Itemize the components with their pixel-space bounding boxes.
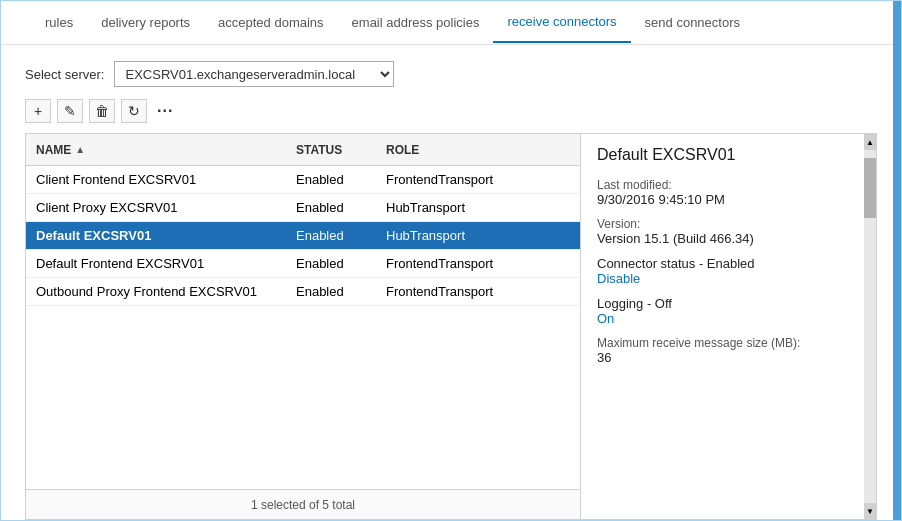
connector-status-label: Connector status - Enabled bbox=[597, 256, 856, 271]
edit-button[interactable]: ✎ bbox=[57, 99, 83, 123]
table-section: NAME ▲ STATUS ROLE Client Frontend EXCSR… bbox=[26, 134, 581, 519]
toolbar: + ✎ 🗑 ↻ ··· bbox=[25, 99, 877, 123]
table-row[interactable]: Outbound Proxy Frontend EXCSRV01 Enabled… bbox=[26, 278, 580, 306]
row-status: Enabled bbox=[286, 200, 376, 215]
row-status: Enabled bbox=[286, 256, 376, 271]
row-name: Outbound Proxy Frontend EXCSRV01 bbox=[26, 284, 286, 299]
scroll-down-button[interactable]: ▼ bbox=[864, 503, 876, 519]
table-row[interactable]: Client Frontend EXCSRV01 Enabled Fronten… bbox=[26, 166, 580, 194]
version-value: Version 15.1 (Build 466.34) bbox=[597, 231, 856, 246]
max-size-value: 36 bbox=[597, 350, 856, 365]
detail-logging: Logging - Off On bbox=[597, 296, 856, 326]
row-status: Enabled bbox=[286, 172, 376, 187]
version-label: Version: bbox=[597, 217, 856, 231]
main-window: rules delivery reports accepted domains … bbox=[0, 0, 902, 521]
nav-accepted-domains[interactable]: accepted domains bbox=[204, 3, 338, 42]
main-content: Select server: EXCSRV01.exchangeserverad… bbox=[1, 45, 901, 520]
detail-scrollbar[interactable]: ▲ ▼ bbox=[864, 134, 876, 519]
server-label: Select server: bbox=[25, 67, 104, 82]
more-button[interactable]: ··· bbox=[153, 102, 177, 120]
last-modified-label: Last modified: bbox=[597, 178, 856, 192]
scrollbar-thumb[interactable] bbox=[864, 158, 876, 218]
th-status[interactable]: STATUS bbox=[286, 143, 376, 157]
max-size-label: Maximum receive message size (MB): bbox=[597, 336, 856, 350]
table-row-selected[interactable]: Default EXCSRV01 Enabled HubTransport bbox=[26, 222, 580, 250]
table-row[interactable]: Default Frontend EXCSRV01 Enabled Fronte… bbox=[26, 250, 580, 278]
detail-last-modified: Last modified: 9/30/2016 9:45:10 PM bbox=[597, 178, 856, 207]
row-name: Default Frontend EXCSRV01 bbox=[26, 256, 286, 271]
nav-delivery-reports[interactable]: delivery reports bbox=[87, 3, 204, 42]
detail-max-size: Maximum receive message size (MB): 36 bbox=[597, 336, 856, 365]
refresh-button[interactable]: ↻ bbox=[121, 99, 147, 123]
row-name: Client Proxy EXCSRV01 bbox=[26, 200, 286, 215]
detail-title: Default EXCSRV01 bbox=[597, 146, 856, 164]
detail-connector-status: Connector status - Enabled Disable bbox=[597, 256, 856, 286]
table-header: NAME ▲ STATUS ROLE bbox=[26, 134, 580, 166]
row-role: FrontendTransport bbox=[376, 284, 580, 299]
nav-send-connectors[interactable]: send connectors bbox=[631, 3, 754, 42]
table-row[interactable]: Client Proxy EXCSRV01 Enabled HubTranspo… bbox=[26, 194, 580, 222]
table-body: Client Frontend EXCSRV01 Enabled Fronten… bbox=[26, 166, 580, 489]
server-row: Select server: EXCSRV01.exchangeserverad… bbox=[25, 61, 877, 87]
side-scrollbar bbox=[893, 1, 901, 520]
row-status: Enabled bbox=[286, 228, 376, 243]
row-role: HubTransport bbox=[376, 200, 580, 215]
nav-receive-connectors[interactable]: receive connectors bbox=[493, 2, 630, 43]
row-name: Client Frontend EXCSRV01 bbox=[26, 172, 286, 187]
table-footer: 1 selected of 5 total bbox=[26, 489, 580, 519]
top-nav: rules delivery reports accepted domains … bbox=[1, 1, 901, 45]
add-button[interactable]: + bbox=[25, 99, 51, 123]
row-role: FrontendTransport bbox=[376, 172, 580, 187]
row-name: Default EXCSRV01 bbox=[26, 228, 286, 243]
logging-on-link[interactable]: On bbox=[597, 311, 856, 326]
last-modified-value: 9/30/2016 9:45:10 PM bbox=[597, 192, 856, 207]
nav-rules[interactable]: rules bbox=[31, 3, 87, 42]
server-select[interactable]: EXCSRV01.exchangeserveradmin.local bbox=[114, 61, 394, 87]
detail-version: Version: Version 15.1 (Build 466.34) bbox=[597, 217, 856, 246]
row-role: HubTransport bbox=[376, 228, 580, 243]
th-role[interactable]: ROLE bbox=[376, 143, 580, 157]
sort-arrow-icon: ▲ bbox=[75, 144, 85, 155]
th-name[interactable]: NAME ▲ bbox=[26, 143, 286, 157]
disable-link[interactable]: Disable bbox=[597, 271, 856, 286]
logging-label: Logging - Off bbox=[597, 296, 856, 311]
nav-email-address-policies[interactable]: email address policies bbox=[338, 3, 494, 42]
delete-button[interactable]: 🗑 bbox=[89, 99, 115, 123]
content-area: NAME ▲ STATUS ROLE Client Frontend EXCSR… bbox=[25, 133, 877, 520]
scroll-up-button[interactable]: ▲ bbox=[864, 134, 876, 150]
detail-panel: Default EXCSRV01 Last modified: 9/30/201… bbox=[581, 134, 876, 519]
row-role: FrontendTransport bbox=[376, 256, 580, 271]
row-status: Enabled bbox=[286, 284, 376, 299]
